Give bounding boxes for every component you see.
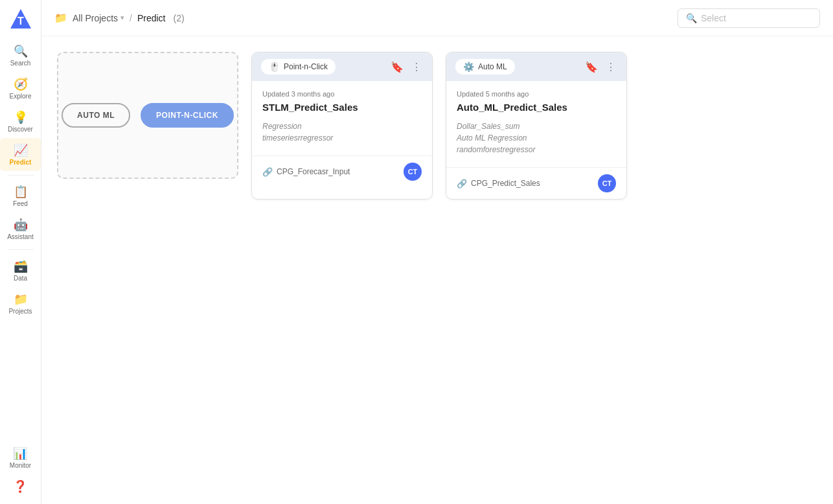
sidebar-item-predict[interactable]: 📈 Predict — [0, 138, 41, 171]
select-search-box[interactable]: 🔍 Select — [678, 8, 820, 28]
sidebar-item-label: Monitor — [10, 462, 31, 469]
breadcrumb-count: (2) — [174, 13, 185, 23]
sidebar-item-assistant[interactable]: 🤖 Assistant — [0, 212, 41, 246]
card-body-0: Updated 3 months ago STLM_Predict_Sales … — [252, 81, 432, 155]
sidebar-item-label: Discover — [8, 126, 33, 133]
sidebar-item-label: Feed — [13, 200, 28, 207]
folder-icon: 📁 — [54, 12, 67, 24]
dataset-icon-0: 🔗 — [262, 167, 273, 177]
card-type-label-1: Auto ML — [478, 62, 507, 71]
sidebar-item-explore[interactable]: 🧭 Explore — [0, 72, 41, 105]
sidebar: T 🔍 Search 🧭 Explore 💡 Discover 📈 Predic… — [0, 0, 41, 504]
card-footer-0: 🔗 CPG_Forecasr_Input CT — [252, 155, 432, 187]
discover-icon: 💡 — [14, 110, 28, 124]
card-footer-1: 🔗 CPG_Predict_Sales CT — [446, 167, 626, 199]
main-content: 📁 All Projects ▾ / Predict (2) 🔍 Select … — [41, 0, 833, 504]
card-actions-0: 🔖 ⋮ — [389, 60, 423, 74]
breadcrumb-separator: / — [130, 13, 132, 23]
sidebar-item-label: Projects — [8, 308, 32, 315]
breadcrumb: 📁 All Projects ▾ / Predict (2) — [54, 12, 185, 24]
avatar-0: CT — [404, 163, 422, 181]
sidebar-divider-2 — [8, 249, 34, 250]
point-n-click-button[interactable]: POINT-N-CLICK — [141, 103, 234, 128]
card-name-0[interactable]: STLM_Predict_Sales — [262, 102, 422, 113]
breadcrumb-current-page: Predict — [137, 13, 166, 23]
sidebar-item-projects[interactable]: 📁 Projects — [0, 287, 41, 320]
assistant-icon: 🤖 — [14, 218, 28, 232]
card-type-label-0: Point-n-Click — [284, 62, 328, 71]
card-header-0: 🖱️ Point-n-Click 🔖 ⋮ — [252, 52, 432, 81]
card-type-badge-1: ⚙️ Auto ML — [455, 59, 515, 74]
sidebar-item-monitor[interactable]: 📊 Monitor — [7, 441, 34, 474]
predict-icon: 📈 — [14, 143, 28, 157]
card-body-1: Updated 5 months ago Auto_ML_Predict_Sal… — [446, 81, 626, 167]
monitor-icon: 📊 — [13, 446, 27, 461]
auto-ml-button[interactable]: AUTO ML — [62, 103, 130, 128]
card-actions-1: 🔖 ⋮ — [584, 60, 617, 74]
sidebar-item-label: Explore — [10, 93, 32, 100]
breadcrumb-all-projects[interactable]: All Projects ▾ — [73, 13, 124, 23]
cards-row: AUTO ML POINT-N-CLICK 🖱️ Point-n-Click 🔖… — [57, 52, 817, 200]
card-header-1: ⚙️ Auto ML 🔖 ⋮ — [446, 52, 626, 81]
card-dataset-1: 🔗 CPG_Predict_Sales — [457, 179, 540, 189]
sidebar-item-label: Data — [14, 275, 27, 282]
search-icon: 🔍 — [14, 44, 28, 58]
project-card-0: 🖱️ Point-n-Click 🔖 ⋮ Updated 3 months ag… — [251, 52, 433, 200]
card-name-1[interactable]: Auto_ML_Predict_Sales — [457, 102, 616, 113]
header: 📁 All Projects ▾ / Predict (2) 🔍 Select — [41, 0, 833, 36]
more-options-button-0[interactable]: ⋮ — [410, 60, 423, 74]
search-select-icon: 🔍 — [686, 13, 697, 23]
card-dataset-0: 🔗 CPG_Forecasr_Input — [262, 167, 350, 177]
project-card-1: ⚙️ Auto ML 🔖 ⋮ Updated 5 months ago Auto… — [446, 52, 627, 200]
explore-icon: 🧭 — [14, 77, 28, 91]
sidebar-item-help[interactable]: ❓ — [7, 474, 34, 499]
content-area: AUTO ML POINT-N-CLICK 🖱️ Point-n-Click 🔖… — [41, 36, 833, 504]
card-meta-1: Dollar_Sales_sum Auto ML Regression rand… — [457, 120, 616, 155]
card-meta-0: Regression timeseriesrregressor — [262, 120, 422, 144]
sidebar-item-label: Predict — [10, 159, 32, 166]
sidebar-item-search[interactable]: 🔍 Search — [0, 39, 41, 72]
card-type-badge-0: 🖱️ Point-n-Click — [261, 59, 336, 74]
select-placeholder: Select — [701, 13, 726, 23]
app-logo[interactable]: T — [9, 8, 32, 31]
data-icon: 🗃️ — [14, 259, 28, 273]
help-icon: ❓ — [13, 479, 27, 494]
new-project-card[interactable]: AUTO ML POINT-N-CLICK — [57, 52, 238, 179]
sidebar-item-data[interactable]: 🗃️ Data — [0, 254, 41, 287]
card-updated-1: Updated 5 months ago — [457, 90, 616, 98]
projects-icon: 📁 — [14, 292, 28, 306]
bookmark-button-0[interactable]: 🔖 — [389, 60, 405, 74]
bookmark-button-1[interactable]: 🔖 — [584, 60, 599, 74]
more-options-button-1[interactable]: ⋮ — [604, 60, 617, 74]
sidebar-item-label: Assistant — [7, 233, 34, 240]
avatar-1: CT — [598, 174, 616, 192]
sidebar-item-discover[interactable]: 💡 Discover — [0, 105, 41, 138]
svg-text:T: T — [17, 16, 24, 27]
sidebar-divider-1 — [8, 175, 34, 176]
sidebar-item-feed[interactable]: 📋 Feed — [0, 179, 41, 212]
card-updated-0: Updated 3 months ago — [262, 90, 422, 98]
feed-icon: 📋 — [14, 185, 28, 199]
point-n-click-icon: 🖱️ — [269, 62, 280, 72]
auto-ml-icon: ⚙️ — [463, 62, 474, 72]
sidebar-item-label: Search — [10, 60, 31, 67]
dataset-icon-1: 🔗 — [457, 179, 467, 189]
